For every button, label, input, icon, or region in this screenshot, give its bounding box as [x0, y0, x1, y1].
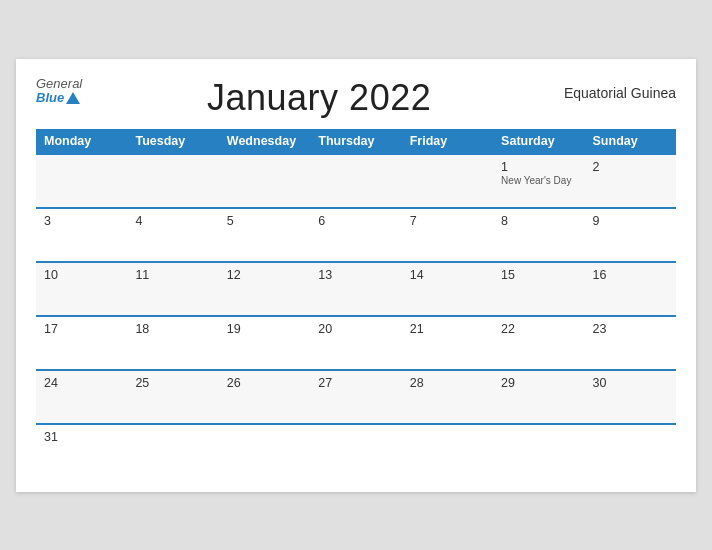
- day-number: 17: [44, 322, 119, 336]
- calendar-day-cell: 8: [493, 208, 584, 262]
- calendar-day-cell: 26: [219, 370, 310, 424]
- day-number: 9: [593, 214, 668, 228]
- day-number: 15: [501, 268, 576, 282]
- day-number: 5: [227, 214, 302, 228]
- day-number: 25: [135, 376, 210, 390]
- logo-blue-text: Blue: [36, 91, 64, 105]
- calendar-day-cell: 27: [310, 370, 401, 424]
- logo-triangle-icon: [66, 92, 80, 104]
- weekday-header-thursday: Thursday: [310, 129, 401, 154]
- weekday-header-wednesday: Wednesday: [219, 129, 310, 154]
- calendar-day-cell: [127, 154, 218, 208]
- calendar-day-cell: [36, 154, 127, 208]
- calendar-day-cell: 14: [402, 262, 493, 316]
- weekday-header-tuesday: Tuesday: [127, 129, 218, 154]
- calendar-day-cell: 1New Year's Day: [493, 154, 584, 208]
- calendar-table: MondayTuesdayWednesdayThursdayFridaySatu…: [36, 129, 676, 478]
- calendar-day-cell: 21: [402, 316, 493, 370]
- weekday-header-monday: Monday: [36, 129, 127, 154]
- day-number: 4: [135, 214, 210, 228]
- day-number: 22: [501, 322, 576, 336]
- calendar-day-cell: 31: [36, 424, 127, 478]
- day-number: 16: [593, 268, 668, 282]
- day-number: 18: [135, 322, 210, 336]
- day-number: 31: [44, 430, 119, 444]
- calendar-week-row: 17181920212223: [36, 316, 676, 370]
- day-number: 28: [410, 376, 485, 390]
- weekday-header-saturday: Saturday: [493, 129, 584, 154]
- weekday-header-row: MondayTuesdayWednesdayThursdayFridaySatu…: [36, 129, 676, 154]
- calendar-day-cell: [310, 424, 401, 478]
- day-number: 20: [318, 322, 393, 336]
- calendar-day-cell: [493, 424, 584, 478]
- day-number: 30: [593, 376, 668, 390]
- calendar-day-cell: [219, 154, 310, 208]
- calendar-week-row: 3456789: [36, 208, 676, 262]
- day-number: 13: [318, 268, 393, 282]
- calendar-day-cell: 13: [310, 262, 401, 316]
- calendar-day-cell: 23: [585, 316, 676, 370]
- calendar-day-cell: 4: [127, 208, 218, 262]
- day-number: 19: [227, 322, 302, 336]
- calendar-day-cell: 18: [127, 316, 218, 370]
- calendar-day-cell: 24: [36, 370, 127, 424]
- day-number: 24: [44, 376, 119, 390]
- calendar-day-cell: 10: [36, 262, 127, 316]
- calendar-day-cell: 11: [127, 262, 218, 316]
- calendar-week-row: 31: [36, 424, 676, 478]
- calendar-day-cell: 28: [402, 370, 493, 424]
- day-number: 7: [410, 214, 485, 228]
- day-number: 26: [227, 376, 302, 390]
- calendar-day-cell: 20: [310, 316, 401, 370]
- calendar-day-cell: [402, 424, 493, 478]
- logo-general-text: General: [36, 77, 82, 91]
- calendar-day-cell: [219, 424, 310, 478]
- calendar-day-cell: [310, 154, 401, 208]
- calendar-week-row: 1New Year's Day2: [36, 154, 676, 208]
- day-number: 27: [318, 376, 393, 390]
- calendar-day-cell: 25: [127, 370, 218, 424]
- day-number: 21: [410, 322, 485, 336]
- holiday-label: New Year's Day: [501, 175, 576, 186]
- calendar-day-cell: 17: [36, 316, 127, 370]
- calendar-day-cell: 7: [402, 208, 493, 262]
- day-number: 10: [44, 268, 119, 282]
- calendar-week-row: 24252627282930: [36, 370, 676, 424]
- logo: General Blue: [36, 77, 82, 106]
- calendar-week-row: 10111213141516: [36, 262, 676, 316]
- day-number: 11: [135, 268, 210, 282]
- day-number: 14: [410, 268, 485, 282]
- day-number: 2: [593, 160, 668, 174]
- country-label: Equatorial Guinea: [556, 77, 676, 101]
- day-number: 29: [501, 376, 576, 390]
- calendar-day-cell: 3: [36, 208, 127, 262]
- calendar-day-cell: 5: [219, 208, 310, 262]
- calendar-day-cell: 16: [585, 262, 676, 316]
- calendar-day-cell: [127, 424, 218, 478]
- calendar-day-cell: 19: [219, 316, 310, 370]
- day-number: 1: [501, 160, 576, 174]
- weekday-header-sunday: Sunday: [585, 129, 676, 154]
- calendar-day-cell: 6: [310, 208, 401, 262]
- calendar-day-cell: 29: [493, 370, 584, 424]
- calendar-day-cell: 15: [493, 262, 584, 316]
- calendar-container: General Blue January 2022 Equatorial Gui…: [16, 59, 696, 492]
- calendar-title: January 2022: [82, 77, 556, 119]
- calendar-header: General Blue January 2022 Equatorial Gui…: [36, 77, 676, 119]
- day-number: 12: [227, 268, 302, 282]
- calendar-day-cell: [402, 154, 493, 208]
- weekday-header-friday: Friday: [402, 129, 493, 154]
- calendar-day-cell: 12: [219, 262, 310, 316]
- day-number: 6: [318, 214, 393, 228]
- calendar-day-cell: 22: [493, 316, 584, 370]
- day-number: 23: [593, 322, 668, 336]
- calendar-day-cell: 2: [585, 154, 676, 208]
- calendar-day-cell: 30: [585, 370, 676, 424]
- day-number: 3: [44, 214, 119, 228]
- calendar-day-cell: [585, 424, 676, 478]
- day-number: 8: [501, 214, 576, 228]
- calendar-day-cell: 9: [585, 208, 676, 262]
